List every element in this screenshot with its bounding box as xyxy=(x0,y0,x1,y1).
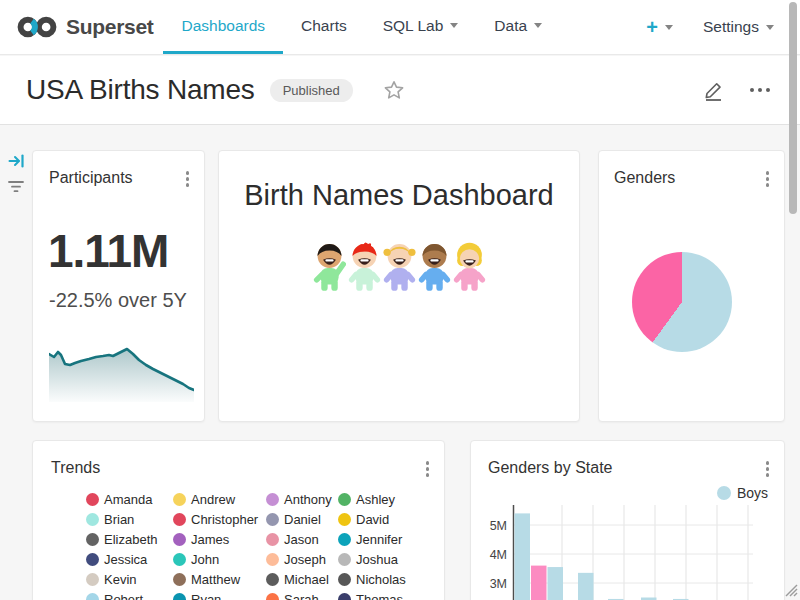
legend-label: Robert xyxy=(104,592,143,600)
legend-item-michael[interactable]: Michael xyxy=(266,569,338,589)
genders-by-state-card: 5M4M3M Genders by State Boys xyxy=(470,440,785,600)
nav-item-label: Data xyxy=(494,17,527,35)
legend-item-boys[interactable]: Boys xyxy=(717,485,768,501)
legend-dot xyxy=(173,493,186,506)
page-title[interactable]: USA Births Names xyxy=(26,74,255,106)
nav-item-sql-lab[interactable]: SQL Lab xyxy=(365,0,477,54)
legend-label: Elizabeth xyxy=(104,532,157,547)
babies-illustration xyxy=(219,239,579,295)
legend-item-nicholas[interactable]: Nicholas xyxy=(338,569,444,589)
legend-item-thomas[interactable]: Thomas xyxy=(338,589,444,600)
legend-label: Kevin xyxy=(104,572,137,587)
settings-menu[interactable]: Settings xyxy=(703,18,774,36)
legend-item-john[interactable]: John xyxy=(173,549,266,569)
chart-kebab-menu-icon[interactable] xyxy=(423,458,433,480)
legend-item-amanda[interactable]: Amanda xyxy=(86,489,173,509)
resize-handle-icon[interactable] xyxy=(780,579,798,597)
legend-label: Thomas xyxy=(356,592,403,600)
baby-figure-3 xyxy=(383,239,416,295)
legend-item-joshua[interactable]: Joshua xyxy=(338,549,444,569)
genders-pie-chart[interactable] xyxy=(632,252,732,352)
legend-item-elizabeth[interactable]: Elizabeth xyxy=(86,529,173,549)
legend-item-brian[interactable]: Brian xyxy=(86,509,173,529)
more-actions-icon[interactable] xyxy=(746,84,775,97)
legend-label: Ashley xyxy=(356,492,395,507)
welcome-heading: Birth Names Dashboard xyxy=(219,179,579,212)
legend-item-jessica[interactable]: Jessica xyxy=(86,549,173,569)
legend-dot xyxy=(266,533,279,546)
chart-title: Genders by State xyxy=(488,459,613,477)
legend-label: Anthony xyxy=(284,492,332,507)
chevron-down-icon xyxy=(665,25,673,30)
favorite-star-icon[interactable] xyxy=(384,80,404,100)
edit-pencil-icon[interactable] xyxy=(703,80,724,101)
legend-item-daniel[interactable]: Daniel xyxy=(266,509,338,529)
dashboard-canvas: Participants 1.11M -22.5% over 5Y Birth … xyxy=(0,125,800,600)
legend-dot xyxy=(338,493,351,506)
legend-item-ryan[interactable]: Ryan xyxy=(173,589,266,600)
legend-dot xyxy=(266,553,279,566)
trends-card: Trends AmandaAndrewAnthonyAshleyBrianChr… xyxy=(32,440,445,600)
legend-dot xyxy=(266,513,279,526)
main-nav: DashboardsChartsSQL LabData xyxy=(163,0,560,54)
trends-legend: AmandaAndrewAnthonyAshleyBrianChristophe… xyxy=(33,489,444,600)
legend-label: Matthew xyxy=(191,572,240,587)
nav-item-dashboards[interactable]: Dashboards xyxy=(163,0,283,54)
nav-item-label: Dashboards xyxy=(181,17,265,35)
plus-icon: + xyxy=(646,17,658,37)
baby-figure-5 xyxy=(453,239,486,295)
nav-right: + Settings xyxy=(646,0,800,54)
legend-dot xyxy=(173,593,186,600)
legend-label: Joseph xyxy=(284,552,326,567)
legend-item-jennifer[interactable]: Jennifer xyxy=(338,529,444,549)
legend-dot xyxy=(86,533,99,546)
legend-dot xyxy=(338,573,351,586)
legend-label: Ryan xyxy=(191,592,221,600)
legend-label: Nicholas xyxy=(356,572,406,587)
new-item-menu[interactable]: + xyxy=(646,17,673,37)
chart-kebab-menu-icon[interactable] xyxy=(183,168,193,190)
legend-label: Michael xyxy=(284,572,329,587)
expand-filter-bar-icon[interactable] xyxy=(8,152,26,170)
legend-item-christopher[interactable]: Christopher xyxy=(173,509,266,529)
legend-item-david[interactable]: David xyxy=(338,509,444,529)
chart-kebab-menu-icon[interactable] xyxy=(763,168,773,190)
legend-item-kevin[interactable]: Kevin xyxy=(86,569,173,589)
legend-dot xyxy=(86,553,99,566)
legend-label: Jennifer xyxy=(356,532,402,547)
legend-dot xyxy=(338,553,351,566)
legend-dot xyxy=(338,513,351,526)
nav-item-charts[interactable]: Charts xyxy=(283,0,365,54)
legend-item-andrew[interactable]: Andrew xyxy=(173,489,266,509)
legend-item-ashley[interactable]: Ashley xyxy=(338,489,444,509)
legend-item-james[interactable]: James xyxy=(173,529,266,549)
genders-card: Genders xyxy=(598,150,785,422)
legend-dot xyxy=(86,493,99,506)
legend-item-jason[interactable]: Jason xyxy=(266,529,338,549)
legend-dot xyxy=(86,573,99,586)
legend-item-robert[interactable]: Robert xyxy=(86,589,173,600)
nav-item-data[interactable]: Data xyxy=(476,0,560,54)
big-number-trend: -22.5% over 5Y xyxy=(49,289,187,312)
superset-logo[interactable]: Superset xyxy=(16,0,153,54)
legend-dot xyxy=(173,513,186,526)
chevron-down-icon xyxy=(450,23,458,28)
published-badge[interactable]: Published xyxy=(270,79,353,102)
legend-label: Jessica xyxy=(104,552,147,567)
legend-label: Joshua xyxy=(356,552,398,567)
superset-infinity-icon xyxy=(16,14,58,40)
legend-item-joseph[interactable]: Joseph xyxy=(266,549,338,569)
legend-item-matthew[interactable]: Matthew xyxy=(173,569,266,589)
legend-label: Christopher xyxy=(191,512,258,527)
chevron-down-icon xyxy=(534,23,542,28)
legend-item-sarah[interactable]: Sarah xyxy=(266,589,338,600)
big-number-value: 1.11M xyxy=(48,228,168,274)
baby-figure-4 xyxy=(418,239,451,295)
chevron-down-icon xyxy=(766,25,774,30)
legend-item-anthony[interactable]: Anthony xyxy=(266,489,338,509)
filter-list-icon[interactable] xyxy=(7,178,25,196)
chart-kebab-menu-icon[interactable] xyxy=(763,458,773,480)
legend-label: David xyxy=(356,512,389,527)
baby-figure-2 xyxy=(348,239,381,295)
vertical-scrollbar-thumb[interactable] xyxy=(789,2,797,214)
